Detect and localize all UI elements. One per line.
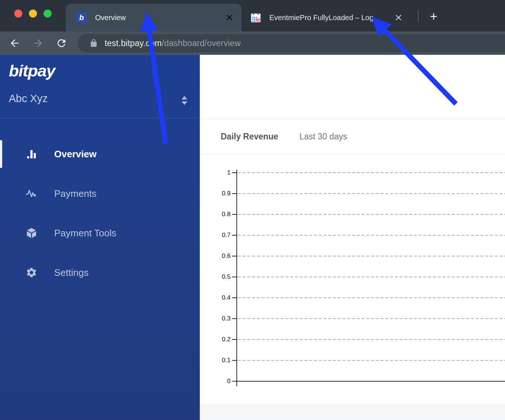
browser-window: b Overview <box>0 0 505 420</box>
y-tick-mark <box>232 360 236 361</box>
gridline <box>238 214 505 215</box>
url-path: /dashboard/overview <box>162 38 241 48</box>
lock-icon[interactable] <box>89 39 98 48</box>
y-tick-mark <box>232 235 236 236</box>
chart-range-label: Last 30 days <box>299 132 347 142</box>
calendar-favicon-icon <box>250 12 261 23</box>
gridline <box>238 339 505 340</box>
y-tick-label: 0.1 <box>200 356 231 365</box>
gear-icon <box>26 267 37 278</box>
tab-close-icon[interactable] <box>225 13 234 22</box>
tab-title: Overview <box>95 14 225 22</box>
gridline <box>238 235 505 236</box>
gridline <box>238 277 505 277</box>
sidebar-item-label: Payment Tools <box>54 228 116 239</box>
sidebar: bitpay Abc Xyz Overview <box>0 55 200 420</box>
window-minimize-button[interactable] <box>29 10 37 18</box>
new-tab-button[interactable] <box>426 8 442 25</box>
bar-chart-icon <box>26 148 37 160</box>
chart-title: Daily Revenue <box>221 132 278 142</box>
y-tick-mark <box>232 256 236 256</box>
tab-close-icon[interactable] <box>394 13 403 22</box>
sidebar-item-settings[interactable]: Settings <box>0 253 200 292</box>
gridline <box>238 172 505 173</box>
content-bottom-strip <box>200 404 505 420</box>
sidebar-item-label: Payments <box>54 188 97 199</box>
tab-eventmiepro[interactable]: EventmiePro FullyLoaded – Log <box>244 4 414 31</box>
plus-icon <box>428 11 439 22</box>
tab-title: EventmiePro FullyLoaded – Log <box>269 14 394 22</box>
gridline <box>238 193 505 194</box>
sidebar-divider <box>0 118 200 118</box>
y-tick-label: 0.8 <box>200 210 231 219</box>
window-close-button[interactable] <box>14 10 22 18</box>
y-tick-label: 0 <box>200 377 231 386</box>
chart-plot-area: 10.90.80.70.60.50.40.30.20.10 <box>200 154 505 404</box>
pulse-icon <box>26 188 37 199</box>
tab-overview[interactable]: b Overview <box>66 4 242 31</box>
gridline <box>238 318 505 319</box>
y-tick-mark <box>232 381 236 382</box>
url-domain: test.bitpay.com <box>105 38 162 48</box>
x-axis-line <box>236 381 505 382</box>
account-dropdown-icon[interactable] <box>182 94 187 106</box>
tab-separator <box>418 11 419 22</box>
sidebar-item-label: Overview <box>54 149 97 160</box>
y-tick-mark <box>232 318 236 319</box>
sidebar-item-payments[interactable]: Payments <box>0 174 200 213</box>
bitpay-favicon-icon: b <box>76 12 87 23</box>
y-tick-label: 1 <box>200 168 231 177</box>
sidebar-item-payment-tools[interactable]: Payment Tools <box>0 213 200 253</box>
y-tick-label: 0.3 <box>200 314 231 323</box>
account-switcher[interactable]: Abc Xyz <box>9 93 48 105</box>
cube-icon <box>26 227 37 239</box>
y-tick-mark <box>232 214 236 215</box>
sidebar-nav: Overview Payments Payment Tools <box>0 134 200 292</box>
y-tick-label: 0.5 <box>200 273 231 281</box>
y-tick-mark <box>232 172 236 173</box>
sidebar-item-overview[interactable]: Overview <box>0 134 200 174</box>
y-tick-label: 0.4 <box>200 293 231 302</box>
bitpay-logo: bitpay <box>9 61 55 80</box>
main-content: Daily Revenue Last 30 days 10.90.80.70.6… <box>200 55 505 420</box>
y-tick-mark <box>232 339 236 340</box>
back-icon[interactable] <box>9 37 20 49</box>
y-axis-line <box>236 170 237 386</box>
browser-toolbar: test.bitpay.com/dashboard/overview <box>0 31 505 55</box>
y-tick-mark <box>232 193 236 194</box>
y-tick-label: 0.6 <box>200 252 231 260</box>
window-zoom-button[interactable] <box>44 10 52 18</box>
y-tick-label: 0.7 <box>200 231 231 240</box>
url-bar[interactable]: test.bitpay.com/dashboard/overview <box>78 34 505 52</box>
gridline <box>238 256 505 256</box>
reload-icon[interactable] <box>56 37 67 49</box>
forward-icon[interactable] <box>32 37 44 49</box>
y-tick-mark <box>232 277 236 277</box>
gridline <box>238 297 505 298</box>
y-tick-label: 0.9 <box>200 189 231 198</box>
y-tick-label: 0.2 <box>200 335 231 344</box>
gridline <box>238 360 505 361</box>
chart-header: Daily Revenue Last 30 days <box>200 119 505 154</box>
sidebar-item-label: Settings <box>54 267 89 278</box>
tab-strip: b Overview <box>0 0 505 31</box>
url-text: test.bitpay.com/dashboard/overview <box>105 38 241 48</box>
y-tick-mark <box>232 297 236 298</box>
